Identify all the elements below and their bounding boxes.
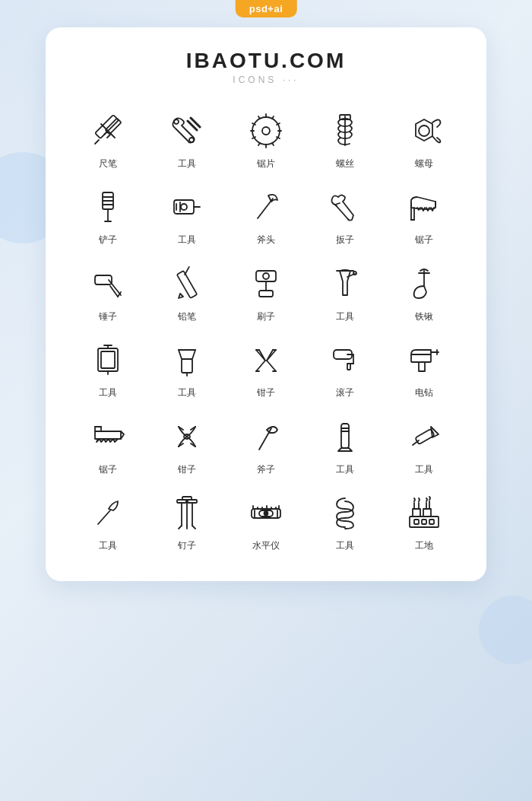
icon-item: 尺笔: [68, 100, 147, 176]
format-badge: psd+ai: [236, 0, 297, 17]
icon-item: 工具: [68, 482, 147, 558]
chisel-icon: [322, 414, 368, 459]
wrench-icon: [164, 108, 210, 154]
axe2-icon: [243, 414, 289, 459]
icon-item: 扳子: [306, 176, 385, 253]
svg-rect-73: [411, 354, 431, 362]
main-card: IBAOTU.COM ICONS ··· 尺笔: [46, 27, 486, 581]
ruler-box-icon: [164, 184, 210, 230]
icon-label: 斧头: [257, 234, 275, 245]
shovel-icon: [401, 261, 447, 307]
icon-item: 锯子: [385, 176, 464, 253]
icon-item: 锯片: [226, 100, 306, 176]
icon-label: 工地: [415, 540, 433, 551]
icon-item: 钳子: [147, 406, 226, 482]
svg-line-17: [258, 143, 260, 145]
svg-rect-109: [413, 509, 420, 517]
nails-icon: [164, 490, 210, 536]
svg-line-1: [95, 140, 99, 144]
icon-item: 工具: [147, 329, 226, 405]
level-icon: [243, 490, 289, 536]
spatula-icon: [85, 184, 131, 230]
icon-label: 钉子: [178, 540, 196, 551]
svg-rect-115: [414, 520, 419, 524]
saw2-icon: [85, 414, 131, 459]
saw-blade-icon: [243, 108, 289, 154]
svg-point-7: [189, 138, 194, 142]
icon-item: 电钻: [385, 329, 464, 405]
icon-item: 工具: [306, 253, 385, 329]
paint-roller-icon: [322, 337, 368, 383]
svg-line-80: [259, 428, 271, 450]
icon-item: 滚子: [306, 329, 385, 405]
icons-grid: 尺笔 工具: [68, 100, 464, 558]
icon-label: 工具: [336, 311, 354, 322]
svg-point-24: [419, 126, 429, 136]
pencil-icon: [164, 261, 210, 307]
site-title: IBAOTU.COM: [68, 49, 464, 73]
icon-item: 钳子: [226, 329, 306, 405]
screw-icon: [322, 108, 368, 154]
icon-item: 螺丝: [306, 100, 385, 176]
knife-icon: [401, 414, 447, 459]
icon-item: 工具: [306, 406, 385, 482]
pliers-icon: [243, 337, 289, 383]
svg-rect-0: [95, 115, 119, 138]
icon-label: 铲子: [99, 234, 117, 245]
icon-label: 锯片: [257, 158, 275, 169]
svg-point-33: [181, 204, 187, 210]
icon-item: 工地: [385, 482, 464, 558]
icon-label: 锤子: [99, 311, 117, 322]
svg-rect-72: [347, 364, 350, 370]
svg-point-9: [262, 127, 270, 135]
factory-icon: [401, 490, 447, 536]
svg-rect-81: [341, 424, 349, 448]
icon-label: 锯子: [415, 234, 433, 245]
wire-cutters-icon: [164, 414, 210, 459]
icon-label: 螺母: [415, 158, 433, 169]
icon-item: 工具: [306, 482, 385, 558]
icon-label: 工具: [336, 464, 354, 475]
icon-item: 工具: [147, 100, 226, 176]
icon-label: 锯子: [99, 464, 117, 475]
icon-item: 水平仪: [226, 482, 306, 558]
icon-label: 钳子: [178, 464, 196, 475]
icon-item: 刷子: [226, 253, 306, 329]
icon-label: 滚子: [336, 387, 354, 398]
icon-item: 锤子: [68, 253, 147, 329]
icon-item: 铅笔: [147, 253, 226, 329]
icon-label: 扳子: [336, 234, 354, 245]
icon-label: 工具: [99, 387, 117, 398]
svg-point-8: [252, 117, 280, 145]
icon-item: 铲子: [68, 176, 147, 253]
icon-item: 铁锹: [385, 253, 464, 329]
icon-item: 螺母: [385, 100, 464, 176]
svg-point-6: [174, 119, 179, 124]
site-subtitle: ICONS ···: [68, 75, 464, 85]
coil-icon: [322, 490, 368, 536]
svg-rect-61: [182, 359, 192, 373]
icon-label: 铁锹: [415, 311, 433, 322]
icon-label: 钳子: [257, 387, 275, 398]
icon-label: 工具: [415, 464, 433, 475]
icon-item: 工具: [385, 406, 464, 482]
icon-label: 尺笔: [99, 158, 117, 169]
icon-item: 斧子: [226, 406, 306, 482]
svg-line-86: [98, 510, 110, 524]
icon-label: 工具: [336, 540, 354, 551]
svg-line-3: [107, 135, 110, 138]
card-header: IBAOTU.COM ICONS ···: [68, 49, 464, 85]
svg-line-37: [335, 203, 340, 205]
svg-rect-50: [259, 291, 273, 297]
icon-label: 螺丝: [336, 158, 354, 169]
svg-line-95: [192, 526, 195, 529]
svg-rect-57: [101, 351, 115, 368]
svg-rect-92: [188, 500, 197, 503]
icon-item: 钉子: [147, 482, 226, 558]
icon-label: 工具: [178, 158, 196, 169]
svg-line-93: [179, 526, 182, 529]
paint-brush-icon: [243, 261, 289, 307]
handsaw-icon: [401, 184, 447, 230]
svg-point-98: [264, 511, 268, 515]
svg-line-11: [272, 116, 274, 119]
